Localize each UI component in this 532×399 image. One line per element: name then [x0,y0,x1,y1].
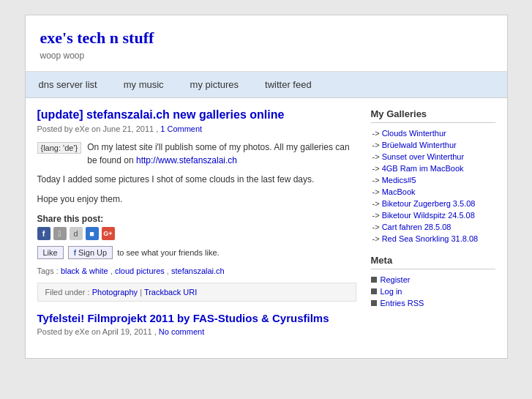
meta-login: Log in [371,287,495,296]
site-tagline: woop woop [40,51,492,61]
post1-title[interactable]: [update] stefanszalai.ch new galleries o… [37,108,356,122]
gallery-link-2[interactable]: Sunset over Winterthur [371,152,495,161]
like-button[interactable]: Like [37,246,64,259]
site-header: exe's tech n stuff woop woop [26,15,507,72]
main-column: [update] stefanszalai.ch new galleries o… [37,108,356,343]
apple-share-icon[interactable]:  [53,227,67,240]
tag-bw[interactable]: black & white [61,266,108,275]
nav-bar: dns server list my music my pictures twi… [26,72,507,98]
gallery-link-6[interactable]: Biketour Zugerberg 3.5.08 [371,199,495,208]
tags-label: Tags : [37,266,59,275]
post2-meta: Posted by eXe on April 19, 2011 , No com… [37,327,356,336]
filed-label: Filed under : [45,288,90,297]
meta-bullet-icon [371,277,377,283]
content-wrap: [update] stefanszalai.ch new galleries o… [26,98,507,358]
post1-meta: Posted by eXe on June 21, 2011 , 1 Comme… [37,124,356,133]
filed-under: Filed under : Photography | Trackback UR… [37,283,356,302]
lang-tag: {lang: 'de'} [37,142,82,154]
trackback-link[interactable]: Trackback URI [144,288,197,297]
meta-section: Meta Register Log in Entries RSS [371,255,495,307]
share-label: Share this post: [37,214,356,224]
google-share-icon[interactable]: G+ [102,227,115,240]
meta-heading: Meta [371,255,495,269]
tag-cloud[interactable]: cloud pictures [115,266,165,275]
signup-icon: f [74,249,76,257]
post2-meta-text: Posted by eXe on April 19, 2011 [37,327,152,336]
gallery-link-9[interactable]: Red Sea Snorkling 31.8.08 [371,234,495,243]
share-icons: f  d ■ G+ [37,227,356,240]
share-section: Share this post: f  d ■ G+ Like f Sign … [37,214,356,259]
like-text: to see what your friends like. [117,248,219,257]
post1-lang-text: On my latest site i'll publish some of m… [87,141,356,167]
gallery-link-4[interactable]: Medics#5 [371,176,495,184]
post1-body3: Hope you enjoy them. [37,193,356,206]
meta-login-link[interactable]: Log in [381,287,402,296]
post2-comment-link[interactable]: No comment [159,327,204,336]
gallery-link-1[interactable]: Brüelwald Winterthur [371,141,495,149]
post1-meta-text: Posted by eXe on June 21, 2011 [37,124,154,133]
digg-share-icon[interactable]: d [70,227,83,240]
gallery-link-7[interactable]: Biketour Wildspitz 24.5.08 [371,211,495,220]
meta-rss-link[interactable]: Entries RSS [381,299,424,307]
post1-lang-block: {lang: 'de'} On my latest site i'll publ… [37,141,356,167]
meta-register: Register [371,275,495,284]
signup-button[interactable]: f Sign Up [68,246,113,259]
nav-pictures[interactable]: my pictures [177,72,252,97]
post1-body2: Today I added some pictures I shot of so… [37,173,356,187]
meta-register-link[interactable]: Register [381,275,411,284]
post1-body1-link[interactable]: http://www.stefanszalai.ch [136,155,237,165]
sidebar: My Galleries Clouds Winterthur Brüelwald… [371,108,495,343]
gallery-link-3[interactable]: 4GB Ram im MacBook [371,164,495,173]
filed-link[interactable]: Photography [92,288,138,297]
nav-music[interactable]: my music [110,72,177,97]
galleries-section: My Galleries Clouds Winterthur Brüelwald… [371,108,495,243]
post1-comment-link[interactable]: 1 Comment [160,124,202,133]
nav-dns[interactable]: dns server list [26,72,110,97]
gallery-link-5[interactable]: MacBook [371,187,495,196]
meta-bullet-icon3 [371,300,377,306]
meta-rss: Entries RSS [371,299,495,307]
delicious-share-icon[interactable]: ■ [86,227,99,240]
gallery-link-8[interactable]: Cart fahren 28.5.08 [371,223,495,231]
post-2: Tyfelstei! Filmprojekt 2011 by FAS-Studi… [37,312,356,336]
tag-stefan[interactable]: stefanszalai.ch [171,266,225,275]
site-title: exe's tech n stuff [40,29,492,48]
facebook-share-icon[interactable]: f [37,227,50,240]
meta-bullet-icon2 [371,288,377,294]
gallery-link-0[interactable]: Clouds Winterthur [371,129,495,138]
like-row: Like f Sign Up to see what your friends … [37,246,356,259]
tags-row: Tags : black & white , cloud pictures , … [37,266,356,275]
post-1: [update] stefanszalai.ch new galleries o… [37,108,356,302]
post2-title[interactable]: Tyfelstei! Filmprojekt 2011 by FAS-Studi… [37,312,356,324]
galleries-heading: My Galleries [371,108,495,123]
signup-label: Sign Up [78,248,107,257]
nav-twitter[interactable]: twitter feed [252,72,325,97]
